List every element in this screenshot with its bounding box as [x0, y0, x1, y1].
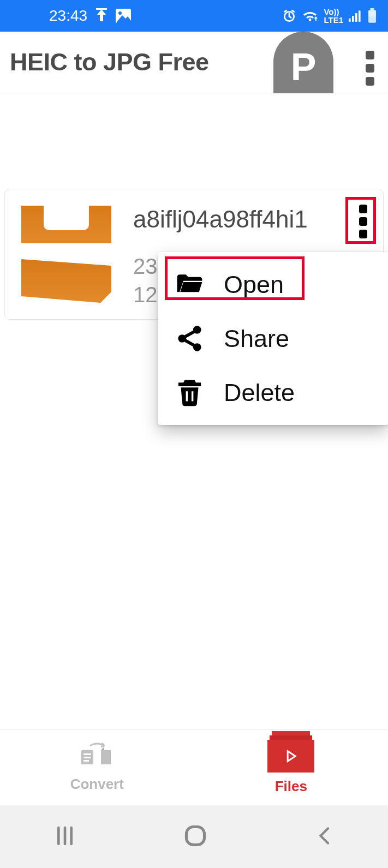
- tab-convert-label: Convert: [70, 776, 124, 793]
- tab-files[interactable]: Files: [194, 729, 389, 805]
- tab-convert[interactable]: Convert: [0, 729, 194, 805]
- svg-rect-17: [83, 760, 89, 762]
- svg-rect-5: [352, 16, 354, 22]
- svg-rect-10: [368, 10, 376, 17]
- menu-share-label: Share: [224, 325, 289, 353]
- share-icon: [175, 324, 205, 354]
- svg-rect-18: [186, 827, 204, 845]
- file-thumbnail: [21, 206, 111, 303]
- menu-open[interactable]: Open: [158, 258, 388, 312]
- app-title: HEIC to JPG Free: [10, 48, 209, 76]
- svg-rect-0: [96, 8, 107, 10]
- signal-icon: [349, 10, 362, 22]
- system-nav: [0, 805, 388, 868]
- wifi-icon: [302, 9, 318, 22]
- svg-rect-6: [355, 13, 357, 22]
- trash-icon: [175, 378, 205, 408]
- home-button[interactable]: [183, 824, 207, 850]
- upload-icon: [95, 8, 108, 23]
- status-right: Vo)) LTE1: [282, 8, 377, 24]
- context-menu: Open Share Delete: [158, 252, 388, 425]
- status-bar: 23:43 Vo)) LTE1: [0, 0, 388, 32]
- files-icon: [267, 740, 314, 773]
- svg-rect-8: [371, 8, 374, 10]
- status-left: 23:43: [49, 7, 131, 25]
- app-bar: HEIC to JPG Free P: [0, 32, 388, 93]
- image-icon: [116, 9, 131, 23]
- network-label: Vo)) LTE1: [324, 8, 343, 24]
- menu-share[interactable]: Share: [158, 312, 388, 366]
- tab-files-label: Files: [275, 778, 307, 795]
- folder-open-icon: [175, 270, 205, 300]
- menu-delete[interactable]: Delete: [158, 366, 388, 420]
- menu-open-label: Open: [224, 271, 284, 299]
- svg-rect-4: [349, 19, 351, 22]
- convert-icon: [79, 743, 115, 770]
- svg-rect-15: [83, 753, 91, 755]
- back-button[interactable]: [315, 825, 335, 849]
- menu-delete-label: Delete: [224, 379, 295, 407]
- recents-button[interactable]: [54, 825, 76, 849]
- file-name: a8iflj04a98ff4hi1: [133, 206, 383, 233]
- premium-badge[interactable]: P: [273, 32, 333, 93]
- status-time: 23:43: [49, 7, 87, 25]
- svg-point-2: [118, 11, 122, 15]
- bottom-nav: Convert Files: [0, 729, 388, 805]
- svg-rect-16: [83, 757, 91, 758]
- battery-icon: [367, 8, 377, 23]
- svg-rect-7: [359, 10, 361, 21]
- file-more-button[interactable]: [351, 199, 375, 244]
- app-more-button[interactable]: [366, 51, 374, 86]
- alarm-icon: [282, 9, 296, 23]
